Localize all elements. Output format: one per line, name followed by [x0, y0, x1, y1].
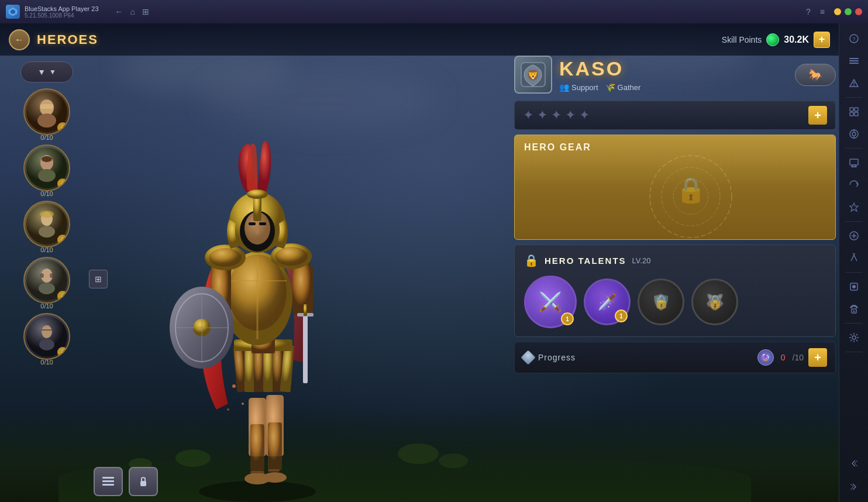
hero-item-1[interactable]: 🔒 0/10 — [23, 88, 70, 141]
sidebar-icon-5[interactable] — [843, 123, 864, 145]
filter-bar[interactable]: ▼ ▼ — [20, 61, 73, 82]
talents-header: 🔒 HERO TALENTS LV.20 — [524, 253, 826, 267]
lock-view-button[interactable] — [129, 467, 158, 496]
add-star-button[interactable]: + — [808, 106, 827, 125]
sidebar-icon-11[interactable] — [843, 276, 864, 297]
svg-rect-75 — [102, 477, 114, 479]
grid-toggle-button[interactable]: ⊞ — [89, 270, 108, 288]
svg-rect-81 — [849, 58, 859, 59]
hero-avatar-2[interactable]: 🔒 — [23, 145, 70, 191]
svg-rect-77 — [102, 484, 114, 486]
sidebar-icon-3[interactable] — [843, 73, 864, 94]
talent-1-badge: 1 — [561, 312, 574, 325]
svg-rect-94 — [850, 159, 858, 165]
hero-avatar-1[interactable]: 🔒 — [23, 88, 70, 135]
grass-4 — [439, 453, 468, 468]
svg-rect-56 — [249, 222, 256, 225]
svg-rect-76 — [102, 480, 114, 482]
hero-tag-support: 👥 Support — [559, 82, 598, 92]
hero-avatar-5[interactable]: 🔒 — [23, 313, 70, 360]
hero-name: KASO — [559, 57, 640, 80]
sidebar-divider-5 — [845, 323, 863, 324]
bottom-actions — [94, 467, 158, 496]
sidebar-icon-1[interactable]: ? — [843, 28, 864, 49]
svg-text:?: ? — [852, 36, 855, 42]
sidebar-icon-4[interactable] — [843, 101, 864, 122]
sidebar-icon-10[interactable] — [843, 247, 864, 269]
sidebar-expand-right[interactable] — [843, 476, 864, 497]
sidebar-icon-2[interactable] — [843, 50, 864, 71]
nav-back[interactable]: ← — [115, 7, 123, 16]
skill-points-value: 30.2K — [784, 35, 809, 45]
help-icon[interactable]: ? — [806, 7, 811, 16]
close-button[interactable] — [855, 8, 862, 15]
sidebar-icon-8[interactable] — [843, 197, 864, 218]
skill-gem-icon — [766, 33, 779, 46]
list-view-button[interactable] — [94, 467, 123, 496]
add-skill-button[interactable]: + — [814, 32, 830, 48]
svg-point-20 — [42, 325, 52, 338]
svg-point-69 — [227, 408, 229, 411]
svg-rect-83 — [849, 63, 859, 64]
talent-3-lock: 🔒 — [639, 280, 683, 324]
svg-point-18 — [50, 273, 53, 278]
hero-lock-2: 🔒 — [57, 178, 68, 189]
talent-2-icon: 🗡️ — [598, 293, 616, 311]
hero-avatar-4[interactable]: 🔒 — [23, 257, 70, 304]
horse-button[interactable]: 🐎 — [795, 64, 836, 86]
hero-item-3[interactable]: 🔒 0/10 — [23, 201, 70, 253]
skill-points-bar: Skill Points 30.2K + — [722, 32, 830, 48]
svg-rect-87 — [855, 108, 858, 111]
top-navigation: ← HEROES Skill Points 30.2K + — [0, 23, 839, 56]
talent-4[interactable]: 🐺 🔒 — [691, 278, 738, 325]
hero-avatar-3[interactable]: 🔒 — [23, 201, 70, 247]
nav-bookmark[interactable]: ⊞ — [142, 7, 149, 16]
hero-lock-3: 🔒 — [57, 235, 68, 245]
svg-point-51 — [275, 247, 308, 266]
talent-2-badge: 1 — [615, 310, 628, 322]
svg-point-68 — [242, 403, 244, 405]
sidebar-divider-1 — [845, 97, 863, 98]
skill-points-label: Skill Points — [722, 35, 762, 44]
game-area: ← HEROES Skill Points 30.2K + ▼ ▼ — [0, 23, 868, 502]
talent-3[interactable]: 🛡️ 🔒 — [638, 278, 684, 325]
sidebar-expand-left[interactable] — [843, 453, 864, 474]
talent-1[interactable]: ⚔️ 1 — [524, 276, 577, 328]
svg-point-12 — [39, 226, 55, 238]
right-panel: 🦁 KASO 👥 Support 🌾 Gather 🐎 — [514, 56, 836, 496]
sidebar-icon-12[interactable] — [843, 298, 864, 319]
talent-2[interactable]: 🗡️ 1 — [584, 278, 631, 325]
sidebar-icon-9[interactable] — [843, 225, 864, 246]
hero-item-2[interactable]: 🔒 0/10 — [23, 145, 70, 197]
sidebar-icon-7[interactable] — [843, 174, 864, 195]
sidebar-divider-3 — [845, 221, 863, 222]
sidebar-icon-gear[interactable] — [843, 327, 864, 348]
hero-character — [82, 47, 433, 502]
hero-list: ▼ ▼ — [0, 56, 94, 502]
support-label: Support — [571, 83, 598, 92]
minimize-button[interactable] — [834, 8, 841, 15]
svg-point-8 — [38, 169, 56, 182]
nav-home[interactable]: ⌂ — [130, 7, 135, 16]
svg-point-105 — [852, 336, 856, 339]
svg-rect-45 — [303, 313, 308, 383]
hero-item-5[interactable]: 🔒 0/10 — [23, 313, 70, 366]
sidebar-icon-6[interactable] — [843, 152, 864, 173]
back-button[interactable]: ← — [9, 29, 30, 50]
hero-tag-gather: 🌾 Gather — [605, 82, 641, 92]
svg-point-49 — [209, 248, 242, 267]
menu-icon[interactable]: ≡ — [820, 7, 825, 16]
star-4: ✦ — [565, 108, 576, 123]
progress-add-button[interactable]: + — [808, 348, 827, 367]
svg-point-9 — [42, 156, 52, 162]
hero-talents-section: 🔒 HERO TALENTS LV.20 ⚔️ 1 🗡️ 1 🛡️ � — [514, 245, 836, 337]
talents-lock-icon: 🔒 — [524, 253, 539, 267]
hero-item-4[interactable]: 🔒 0/10 — [23, 257, 70, 310]
sidebar-divider-4 — [845, 272, 863, 273]
progress-count-area: 🔮 0 /10 — [757, 349, 804, 366]
talents-title: HERO TALENTS — [545, 256, 626, 266]
star-2: ✦ — [537, 108, 547, 123]
app-version: 5.21.505.1008 P64 — [25, 12, 99, 19]
talent-4-lock: 🔒 — [693, 280, 736, 324]
maximize-button[interactable] — [845, 8, 852, 15]
